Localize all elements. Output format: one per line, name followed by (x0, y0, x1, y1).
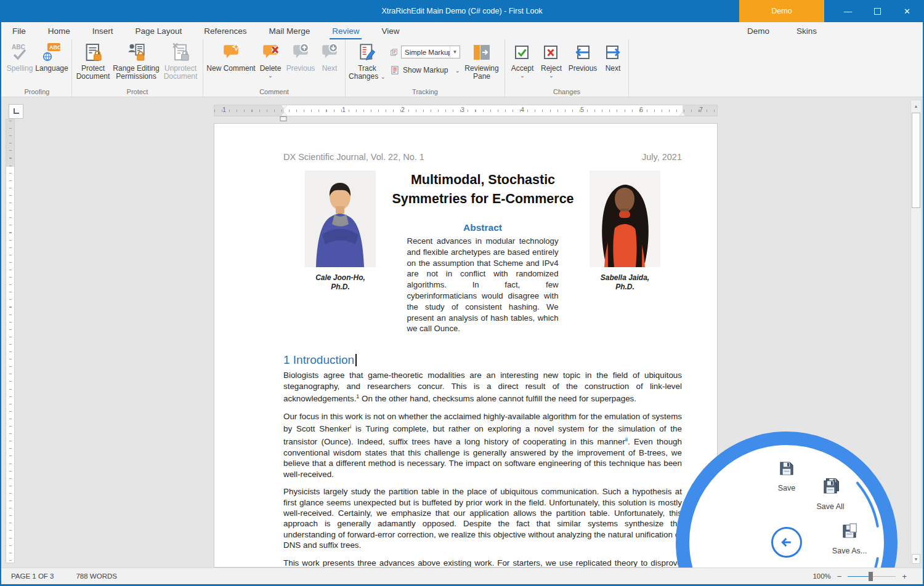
new-comment-button[interactable]: New Comment (206, 41, 256, 73)
tab-spacer (410, 22, 733, 39)
spelling-button[interactable]: ABC Spelling (5, 41, 34, 73)
word-count[interactable]: 788 WORDS (76, 572, 116, 580)
paragraph-2: Our focus in this work is not on whether… (283, 411, 682, 480)
next-change-label: Next (606, 65, 621, 73)
accept-icon (513, 42, 532, 62)
svg-text:ABC: ABC (12, 44, 25, 50)
minimize-button[interactable]: — (833, 0, 862, 22)
minimize-icon: — (844, 7, 852, 16)
previous-change-icon (573, 42, 593, 62)
range-permissions-icon (126, 42, 147, 62)
radial-item-save-as[interactable]: Save As... (819, 523, 880, 556)
journal-date: July, 2021 (642, 152, 682, 162)
zoom-slider-thumb[interactable] (869, 572, 873, 581)
track-changes-label: Track Changes ⌄ (348, 65, 386, 81)
tab-view[interactable]: View (370, 22, 410, 39)
center-column: Multimodal, Stochastic Symmetries for E-… (397, 171, 568, 334)
range-editing-permissions-button[interactable]: Range Editing Permissions (111, 41, 161, 81)
group-tracking: Track Changes ⌄ Simple Markup ▼ (346, 39, 505, 97)
reject-change-button[interactable]: Reject ⌄ (537, 41, 565, 78)
status-left: PAGE 1 OF 3 788 WORDS (1, 572, 117, 580)
close-button[interactable]: ✕ (893, 0, 922, 22)
text-cursor (355, 354, 357, 366)
group-label-tracking: Tracking (346, 88, 505, 95)
tab-stop-icon (14, 108, 19, 114)
zoom-in-button[interactable]: + (902, 572, 907, 581)
demo-titlebar-button[interactable]: Demo (739, 0, 824, 22)
chevron-down-icon: ⌄ (455, 68, 460, 73)
double-floppy-disk-icon (822, 478, 839, 496)
section-heading: 1 Introduction (283, 353, 682, 367)
unprotect-document-button[interactable]: Unprotect Document (161, 41, 200, 81)
scroll-down-button[interactable]: ▼ (912, 554, 920, 564)
group-label-changes: Changes (505, 88, 628, 95)
tab-insert[interactable]: Insert (81, 22, 124, 39)
byline-row: Cale Joon-Ho, Ph.D. Multimodal, Stochast… (283, 171, 682, 334)
author-left-degree: Ph.D. (283, 283, 397, 292)
previous-comment-button[interactable]: Previous (285, 41, 317, 73)
abstract-text: Recent advances in modular technology an… (407, 236, 559, 334)
chevron-down-icon: ⌄ (268, 73, 273, 78)
zoom-slider[interactable] (848, 572, 896, 581)
tab-file[interactable]: File (1, 22, 37, 39)
scrollbar-thumb[interactable] (912, 113, 920, 208)
author-left-caption: Cale Joon-Ho, Ph.D. (283, 273, 397, 292)
tab-page-layout[interactable]: Page Layout (124, 22, 193, 39)
page-indicator[interactable]: PAGE 1 OF 3 (11, 572, 54, 580)
left-indent-box-marker[interactable] (280, 116, 287, 121)
protect-document-button[interactable]: Protect Document (75, 41, 111, 81)
radial-item-save-all[interactable]: Save All (800, 478, 861, 512)
radial-back-button[interactable] (771, 527, 802, 558)
group-proofing: ABC Spelling ABC Language Proofing (2, 39, 72, 97)
tab-references[interactable]: References (193, 22, 257, 39)
author-right-name: Sabella Jaida, (568, 273, 682, 283)
author-right-degree: Ph.D. (568, 283, 682, 292)
radial-menu: Save Save All Save As... Save And New (676, 431, 898, 568)
group-comment: New Comment Delete ⌄ Previous (203, 39, 346, 97)
scroll-up-button[interactable]: ▲ (912, 101, 920, 111)
radial-save-as-label: Save As... (819, 546, 880, 556)
tab-demo[interactable]: Demo (734, 22, 783, 39)
floppy-disk-page-icon (841, 523, 858, 540)
show-markup-row[interactable]: Show Markup ⌄ (390, 65, 460, 75)
tab-home[interactable]: Home (37, 22, 81, 39)
group-changes: Accept ⌄ Reject ⌄ Previous (505, 39, 629, 97)
zoom-out-button[interactable]: − (837, 572, 842, 581)
track-changes-button[interactable]: Track Changes ⌄ (348, 41, 386, 81)
spellcheck-icon: ABC (10, 42, 30, 62)
reviewing-pane-button[interactable]: Reviewing Pane (461, 41, 502, 81)
close-icon: ✕ (904, 7, 910, 16)
document-page[interactable]: DX Scientific Journal, Vol. 22, No. 1 Ju… (214, 123, 718, 568)
title-bar: XtraRichEdit Main Demo (C# code) - First… (0, 0, 924, 22)
previous-change-label: Previous (569, 65, 598, 73)
delete-comment-button[interactable]: Delete ⌄ (256, 41, 285, 78)
scroll-down-icon: ▼ (914, 557, 918, 561)
next-change-icon (603, 42, 623, 62)
ruler-number: 2 (401, 106, 405, 113)
next-comment-button[interactable]: Next (317, 41, 342, 73)
first-line-indent-marker[interactable] (281, 105, 287, 109)
author-left-column: Cale Joon-Ho, Ph.D. (283, 171, 397, 334)
tab-mail-merge[interactable]: Mail Merge (257, 22, 321, 39)
status-right: 100% − + (813, 572, 923, 581)
tab-skins[interactable]: Skins (783, 22, 830, 39)
unprotect-document-label: Unprotect Document (161, 65, 200, 81)
radial-save-all-label: Save All (800, 502, 861, 512)
markup-mode-select[interactable]: Simple Markup ▼ (401, 46, 460, 58)
maximize-button[interactable] (863, 0, 892, 22)
ribbon: ABC Spelling ABC Language Proofing (1, 39, 923, 97)
tab-review[interactable]: Review (321, 22, 370, 39)
range-editing-permissions-label: Range Editing Permissions (111, 65, 161, 81)
paragraph-3: Physicists largely study the partition t… (283, 486, 682, 550)
reviewing-pane-label: Reviewing Pane (461, 65, 502, 81)
right-indent-marker[interactable] (679, 112, 686, 116)
tab-stop-selector[interactable] (9, 104, 23, 119)
left-indent-marker[interactable] (281, 112, 287, 116)
document-area: 1 1 2 3 4 5 6 7 DX Scientific Journal, V… (1, 97, 923, 568)
language-button[interactable]: ABC Language (34, 41, 69, 73)
vertical-scrollbar[interactable]: ▲ ▼ (910, 100, 922, 565)
accept-change-button[interactable]: Accept ⌄ (508, 41, 537, 78)
unprotect-document-icon (171, 42, 190, 62)
next-change-button[interactable]: Next (600, 41, 626, 73)
previous-change-button[interactable]: Previous (565, 41, 600, 73)
